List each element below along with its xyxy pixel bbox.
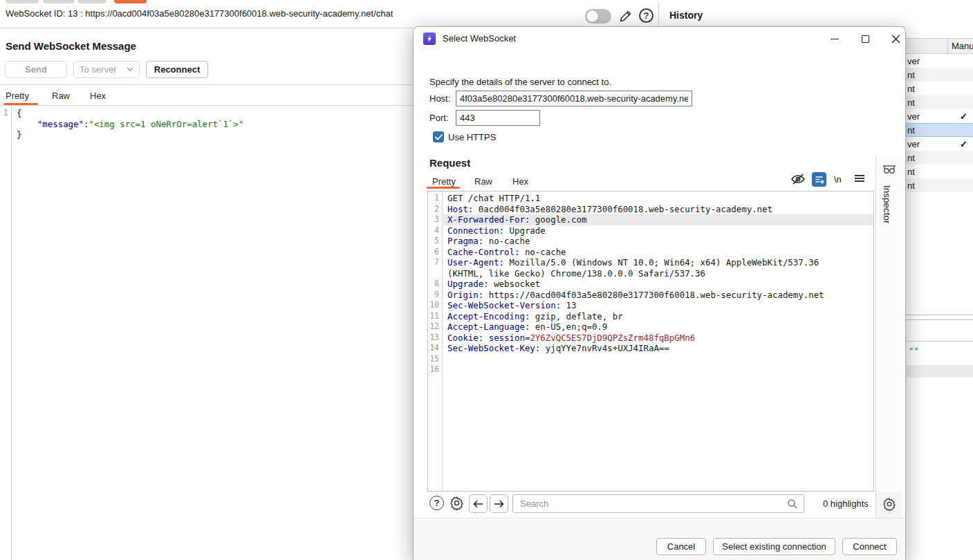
show-newlines-icon[interactable]: \n [834, 174, 842, 185]
request-title: Request [429, 157, 470, 169]
request-line[interactable]: 6Cache-Control: no-cache [428, 247, 873, 258]
connect-button[interactable]: Connect [842, 538, 897, 555]
message-line[interactable]: 1{ [0, 108, 408, 119]
menu-icon[interactable] [855, 174, 864, 183]
request-line[interactable]: 13Cookie: session=2Y6ZvQC5ES7DjD9QPZsZrm… [428, 333, 873, 344]
ws-history-row[interactable]: nt [906, 95, 973, 109]
close-button[interactable] [889, 33, 902, 44]
request-line[interactable]: 9Origin: https://0acd004f03a5e80280e3177… [428, 290, 873, 301]
ws-history-row[interactable]: nt [906, 178, 973, 192]
request-editor[interactable]: 1GET /chat HTTP/1.12Host: 0acd004f03a5e8… [427, 191, 874, 492]
send-button[interactable]: Send [5, 61, 67, 78]
check-icon [435, 134, 443, 140]
host-input[interactable] [456, 91, 692, 106]
line-number: 5 [428, 236, 442, 247]
line-number: 3 [428, 214, 442, 225]
request-line[interactable]: 10Sec-WebSocket-Version: 13 [428, 300, 873, 311]
search-settings-gear-icon[interactable] [450, 496, 464, 510]
message-line[interactable]: "message":"<img src=1 oNeRrOr=alert`1`>" [0, 119, 408, 130]
maximize-button[interactable] [859, 33, 871, 44]
request-line[interactable]: 4Connection: Upgrade [428, 225, 873, 236]
request-line[interactable]: 15 [428, 354, 873, 365]
tab-stub[interactable] [6, 0, 39, 3]
message-tab-hex[interactable]: Hex [90, 91, 106, 101]
message-tab-raw[interactable]: Raw [52, 91, 70, 101]
tab-stub[interactable] [77, 0, 106, 3]
request-line[interactable]: 16 [428, 364, 873, 375]
request-line[interactable]: 1GET /chat HTTP/1.1 [428, 193, 873, 204]
history-direction-cell: ver [906, 139, 920, 149]
history-direction-cell: nt [906, 180, 915, 191]
line-number: 10 [428, 300, 442, 311]
tab-stub-active[interactable] [114, 0, 147, 3]
ws-history-row[interactable]: nt [906, 151, 973, 165]
help-icon[interactable]: ? [639, 8, 654, 23]
line-content: Host: 0acd004f03a5e80280e3177300f60018.w… [442, 204, 873, 215]
highlights-count: 0 highlights [823, 498, 869, 509]
line-content: Connection: Upgrade [442, 225, 873, 236]
line-number: 4 [428, 225, 442, 236]
request-tab-hex[interactable]: Hex [512, 176, 528, 187]
ws-history-row[interactable]: ver✓ [906, 109, 973, 123]
history-direction-cell: nt [906, 84, 915, 94]
ws-history-row[interactable]: ver✓ [906, 137, 973, 151]
panel-divider [658, 3, 659, 29]
manual-check-icon: ✓ [960, 139, 967, 149]
ws-history-row[interactable]: nt [906, 82, 973, 95]
request-line[interactable]: (KHTML, like Gecko) Chrome/138.0.0.0 Saf… [428, 268, 873, 279]
request-tab-pretty[interactable]: Pretty [432, 176, 456, 187]
message-detail-fragment: "" [909, 346, 918, 356]
request-line[interactable]: 7User-Agent: Mozilla/5.0 (Windows NT 10.… [428, 257, 873, 268]
request-tab-raw[interactable]: Raw [474, 176, 492, 187]
request-line[interactable]: 11Accept-Encoding: gzip, deflate, br [428, 311, 873, 322]
next-match-button[interactable] [490, 494, 508, 513]
search-help-icon[interactable]: ? [429, 496, 444, 510]
hide-highlights-icon[interactable] [790, 172, 806, 186]
select-existing-connection-button[interactable]: Select existing connection [713, 538, 835, 555]
tab-stub[interactable] [43, 0, 75, 3]
request-line[interactable]: 3X-Forwarded-For: google.com [428, 214, 873, 225]
request-line[interactable]: 8Upgrade: websocket [428, 279, 873, 290]
request-line[interactable]: 12Accept-Language: en-US,en;q=0.9 [428, 321, 873, 333]
dialog-titlebar[interactable]: Select WebSocket [414, 27, 905, 50]
reconnect-button[interactable]: Reconnect [146, 61, 208, 78]
edit-pencil-icon[interactable] [618, 8, 633, 26]
websocket-id-label: WebSocket ID: 13 : https://0acd004f03a5e… [6, 8, 580, 19]
message-line[interactable]: } [0, 129, 408, 140]
column-header-manual[interactable]: Manu [952, 41, 973, 51]
request-line[interactable]: 5Pragma: no-cache [428, 236, 873, 247]
line-number: 1 [0, 108, 11, 119]
port-input[interactable] [456, 110, 540, 126]
line-number: 6 [428, 247, 442, 258]
search-input[interactable] [512, 494, 804, 513]
minimize-button[interactable] [828, 33, 841, 44]
history-direction-cell: nt [906, 125, 915, 136]
prev-match-button[interactable] [469, 494, 488, 513]
ws-history-row[interactable]: nt [906, 68, 973, 82]
ws-history-row[interactable]: nt [906, 123, 973, 137]
inspector-sidebar[interactable]: Inspector [875, 156, 902, 518]
line-number [428, 268, 442, 279]
direction-select[interactable]: To server [73, 61, 140, 78]
dialog-subtitle: Specify the details of the server to con… [429, 77, 611, 87]
request-code: 1GET /chat HTTP/1.12Host: 0acd004f03a5e8… [428, 193, 873, 375]
line-content: X-Forwarded-For: google.com [442, 214, 873, 225]
prettify-toggle-icon[interactable] [812, 172, 826, 187]
line-content: User-Agent: Mozilla/5.0 (Windows NT 10.0… [442, 257, 873, 268]
request-line[interactable]: 2Host: 0acd004f03a5e80280e3177300f60018.… [428, 204, 873, 215]
active-tab-underline [427, 187, 460, 189]
ws-history-row[interactable]: nt [906, 165, 973, 178]
cancel-button[interactable]: Cancel [656, 538, 706, 555]
message-editor[interactable]: 1{ "message":"<img src=1 oNeRrOr=alert`1… [0, 108, 408, 140]
host-label: Host: [429, 93, 450, 104]
use-https-checkbox[interactable] [433, 131, 444, 142]
intercept-toggle[interactable] [585, 9, 611, 24]
ws-history-row[interactable]: ver [906, 54, 973, 68]
gutter-divider [11, 106, 12, 560]
inspector-gear-icon[interactable] [882, 497, 896, 513]
history-direction-cell: ver [906, 56, 920, 66]
message-tab-pretty[interactable]: Pretty [6, 91, 29, 101]
inspector-footer [875, 492, 902, 518]
line-content: } [11, 129, 408, 140]
request-line[interactable]: 14Sec-WebSocket-Key: yjqYYe7nvRv4s+UXJ4I… [428, 343, 873, 354]
